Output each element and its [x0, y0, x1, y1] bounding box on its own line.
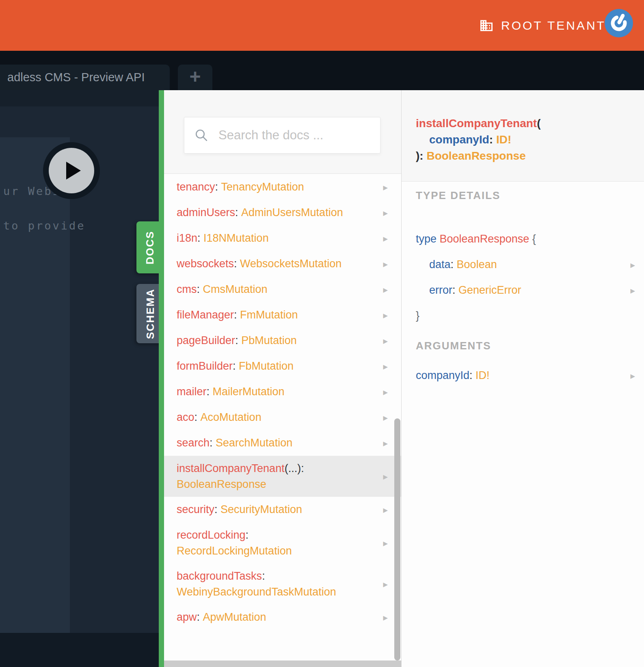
type-field-data[interactable]: data: Boolean ▶: [416, 252, 644, 277]
field-detail-body: TYPE DETAILS type BooleanResponse { data…: [402, 182, 644, 388]
doc-row-i18n[interactable]: i18n: I18NMutation▶: [164, 225, 401, 251]
editor-code-line: to provide: [3, 219, 86, 232]
query-tab-headless-cms-preview-api[interactable]: adless CMS - Preview API: [0, 65, 170, 90]
power-logo-icon: [605, 9, 633, 37]
type-declaration: type BooleanResponse {: [416, 226, 644, 252]
docs-explorer-panel: tenancy: TenancyMutation▶adminUsers: Adm…: [164, 90, 401, 667]
doc-row-apw[interactable]: apw: ApwMutation▶: [164, 604, 401, 630]
horizontal-scrollbar-track[interactable]: [164, 661, 401, 667]
expand-arrow-icon[interactable]: ▶: [383, 414, 388, 420]
type-field-error[interactable]: error: GenericError ▶: [416, 277, 644, 303]
new-tab-button[interactable]: +: [178, 65, 212, 90]
editor-top-strip: [0, 90, 159, 106]
building-icon: [479, 18, 494, 33]
schema-tab-label: SCHEMA: [144, 288, 157, 339]
expand-arrow-icon[interactable]: ▶: [383, 507, 388, 513]
play-icon: [66, 162, 81, 180]
webiny-logo[interactable]: [605, 9, 633, 37]
doc-row-security[interactable]: security: SecurityMutation▶: [164, 497, 401, 522]
play-button-circle: [49, 148, 94, 193]
doc-row-fileManager[interactable]: fileManager: FmMutation▶: [164, 302, 401, 328]
expand-arrow-icon[interactable]: ▶: [383, 286, 388, 292]
query-tab-bar: adless CMS - Preview API +: [0, 51, 644, 90]
expand-arrow-icon[interactable]: ▶: [383, 473, 388, 479]
doc-row-cms[interactable]: cms: CmsMutation▶: [164, 277, 401, 302]
docs-search-header: [164, 90, 401, 174]
expand-arrow-icon[interactable]: ▶: [383, 440, 388, 446]
expand-arrow-icon[interactable]: ▶: [630, 262, 635, 268]
doc-row-adminUsers[interactable]: adminUsers: AdminUsersMutation▶: [164, 200, 401, 225]
field-signature-block: installCompanyTenant( companyId: ID! ): …: [402, 90, 644, 182]
search-icon: [194, 128, 209, 143]
docs-panel-resize-handle[interactable]: [159, 90, 164, 667]
signature-line-3: ): BooleanResponse: [416, 148, 644, 164]
docs-search-input[interactable]: [218, 128, 381, 143]
doc-row-mailer[interactable]: mailer: MailerMutation▶: [164, 379, 401, 405]
query-tab-label: adless CMS - Preview API: [7, 71, 145, 84]
expand-arrow-icon[interactable]: ▶: [383, 184, 388, 190]
doc-row-tenancy[interactable]: tenancy: TenancyMutation▶: [164, 174, 401, 200]
docs-list: tenancy: TenancyMutation▶adminUsers: Adm…: [164, 174, 401, 661]
doc-row-backgroundTasks[interactable]: backgroundTasks:WebinyBackgroundTaskMuta…: [164, 563, 401, 604]
signature-line-2: companyId: ID!: [416, 132, 644, 148]
expand-arrow-icon[interactable]: ▶: [383, 261, 388, 267]
query-editor-area: ur Webiny to provide: [0, 90, 159, 667]
doc-row-installCompanyTenant[interactable]: installCompanyTenant(...):BooleanRespons…: [164, 456, 401, 497]
expand-arrow-icon[interactable]: ▶: [383, 614, 388, 620]
expand-arrow-icon[interactable]: ▶: [630, 372, 635, 379]
top-header-bar: ROOT TENANT: [0, 0, 644, 51]
docs-tab-label: DOCS: [144, 230, 157, 264]
doc-row-pageBuilder[interactable]: pageBuilder: PbMutation▶: [164, 328, 401, 353]
type-name-link[interactable]: BooleanResponse: [440, 233, 529, 245]
tenant-label: ROOT TENANT: [501, 19, 606, 32]
argument-companyid[interactable]: companyId: ID! ▶: [416, 363, 644, 388]
arguments-heading: ARGUMENTS: [416, 338, 644, 354]
signature-line-1: installCompanyTenant(: [416, 115, 644, 132]
expand-arrow-icon[interactable]: ▶: [383, 389, 388, 395]
plus-icon: +: [189, 67, 201, 87]
expand-arrow-icon[interactable]: ▶: [383, 338, 388, 344]
vertical-scrollbar-thumb[interactable]: [394, 418, 400, 661]
expand-arrow-icon[interactable]: ▶: [383, 540, 388, 546]
field-detail-panel: installCompanyTenant( companyId: ID! ): …: [402, 90, 644, 667]
doc-row-search[interactable]: search: SearchMutation▶: [164, 430, 401, 456]
editor-bottom-strip: [0, 633, 159, 667]
expand-arrow-icon[interactable]: ▶: [383, 235, 388, 241]
doc-row-recordLocking[interactable]: recordLocking:RecordLockingMutation▶: [164, 522, 401, 563]
type-close-brace: }: [416, 303, 644, 329]
expand-arrow-icon[interactable]: ▶: [383, 312, 388, 318]
expand-arrow-icon[interactable]: ▶: [383, 210, 388, 216]
doc-row-formBuilder[interactable]: formBuilder: FbMutation▶: [164, 353, 401, 379]
video-play-button[interactable]: [43, 142, 100, 199]
video-thumbnail-panel: [0, 137, 70, 633]
doc-row-websockets[interactable]: websockets: WebsocketsMutation▶: [164, 251, 401, 277]
expand-arrow-icon[interactable]: ▶: [383, 581, 388, 587]
docs-search-box[interactable]: [184, 117, 380, 154]
tenant-selector-button[interactable]: ROOT TENANT: [479, 0, 606, 51]
doc-row-aco[interactable]: aco: AcoMutation▶: [164, 405, 401, 430]
expand-arrow-icon[interactable]: ▶: [630, 287, 635, 293]
type-details-heading: TYPE DETAILS: [416, 187, 644, 204]
expand-arrow-icon[interactable]: ▶: [383, 363, 388, 369]
webiny-api-playground: ROOT TENANT adless CMS - Preview API +: [0, 0, 644, 667]
